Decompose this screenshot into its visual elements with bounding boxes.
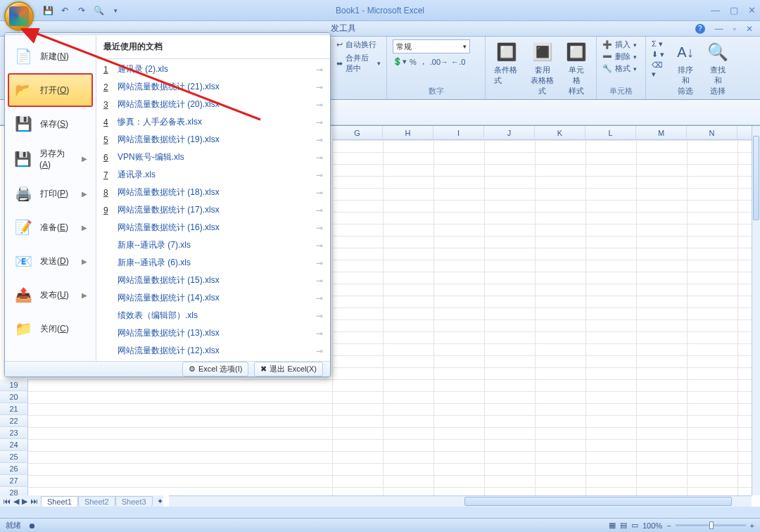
- column-header[interactable]: N: [687, 126, 737, 139]
- recent-doc-item[interactable]: 8网站流量数据统计 (18).xlsx⊸: [96, 184, 330, 201]
- close-icon[interactable]: ✕: [748, 5, 756, 15]
- row-header[interactable]: 24: [0, 439, 28, 451]
- redo-icon[interactable]: ↷: [76, 5, 87, 16]
- ribbon-restore-icon[interactable]: ▫: [733, 24, 736, 34]
- recent-doc-item[interactable]: 网站流量数据统计 (14).xlsx⊸: [96, 289, 330, 307]
- pin-icon[interactable]: ⊸: [316, 329, 323, 338]
- clear-icon[interactable]: ⌫ ▾: [652, 61, 667, 79]
- format-cells-button[interactable]: 🔧格式▾: [602, 63, 637, 74]
- view-pagebreak-icon[interactable]: ▭: [631, 521, 638, 530]
- pin-icon[interactable]: ⊸: [316, 188, 323, 198]
- office-menu-item[interactable]: 📝准备(E)▶: [8, 210, 93, 244]
- tab-nav-last-icon[interactable]: ⏭: [30, 497, 38, 506]
- office-menu-item[interactable]: 📤发布(U)▶: [8, 278, 93, 312]
- office-menu-item[interactable]: 📄新建(N): [8, 39, 93, 73]
- delete-cells-button[interactable]: ➖删除▾: [602, 51, 637, 62]
- column-header[interactable]: G: [332, 126, 383, 139]
- minimize-icon[interactable]: —: [711, 5, 720, 15]
- maximize-icon[interactable]: ▢: [730, 5, 738, 15]
- zoom-level[interactable]: 100%: [642, 521, 662, 530]
- tab-nav-first-icon[interactable]: ⏮: [3, 497, 11, 506]
- column-header[interactable]: M: [636, 126, 687, 139]
- office-menu-item[interactable]: 📂打开(O): [8, 73, 93, 107]
- row-header[interactable]: 21: [0, 403, 28, 415]
- percent-icon[interactable]: %: [410, 58, 417, 66]
- recent-doc-item[interactable]: 9网站流量数据统计 (17).xlsx⊸: [96, 201, 330, 219]
- recent-doc-item[interactable]: 5网站流量数据统计 (19).xlsx⊸: [96, 131, 330, 148]
- tab-nav-prev-icon[interactable]: ◀: [13, 497, 19, 506]
- horizontal-scrollbar[interactable]: [169, 495, 752, 507]
- recent-doc-item[interactable]: 网站流量数据统计 (13).xlsx⊸: [96, 324, 330, 342]
- ribbon-close-icon[interactable]: ✕: [746, 24, 753, 34]
- recent-doc-item[interactable]: 2网站流量数据统计 (21).xlsx⊸: [96, 78, 330, 96]
- recent-doc-item[interactable]: 3网站流量数据统计 (20).xlsx⊸: [96, 96, 330, 113]
- wrap-text-button[interactable]: ↩自动换行: [336, 39, 376, 50]
- recent-doc-item[interactable]: 网站流量数据统计 (16).xlsx⊸: [96, 219, 330, 236]
- column-header[interactable]: H: [383, 126, 433, 139]
- row-header[interactable]: 27: [0, 475, 28, 487]
- pin-icon[interactable]: ⊸: [316, 65, 323, 75]
- pin-icon[interactable]: ⊸: [316, 153, 323, 163]
- pin-icon[interactable]: ⊸: [316, 223, 323, 233]
- find-select-button[interactable]: 🔍查找和 选择: [704, 39, 732, 98]
- hscroll-thumb[interactable]: [464, 497, 732, 506]
- pin-icon[interactable]: ⊸: [316, 258, 323, 268]
- row-header[interactable]: 22: [0, 415, 28, 427]
- format-as-table-button[interactable]: 🔳套用 表格格式: [527, 39, 559, 98]
- recent-doc-item[interactable]: 新康--通讯录 (6).xls⊸: [96, 254, 330, 272]
- zoom-out-icon[interactable]: −: [666, 521, 671, 530]
- recent-doc-item[interactable]: 新康--通讯录 (7).xls⊸: [96, 236, 330, 254]
- recent-doc-item[interactable]: 6VPN账号-编辑.xls⊸: [96, 148, 330, 166]
- print-preview-icon[interactable]: 🔍: [93, 5, 104, 16]
- office-menu-item[interactable]: 📁关闭(C): [8, 312, 93, 346]
- column-header[interactable]: L: [585, 126, 636, 139]
- pin-icon[interactable]: ⊸: [316, 205, 323, 215]
- pin-icon[interactable]: ⊸: [316, 82, 323, 92]
- merge-center-button[interactable]: ⬌合并后居中▾: [336, 53, 381, 74]
- recent-doc-item[interactable]: 网站流量数据统计 (12).xlsx⊸: [96, 342, 330, 360]
- office-button[interactable]: [4, 1, 34, 31]
- save-icon[interactable]: 💾: [42, 5, 53, 16]
- comma-icon[interactable]: ，: [419, 56, 427, 67]
- pin-icon[interactable]: ⊸: [316, 170, 323, 180]
- pin-icon[interactable]: ⊸: [316, 311, 323, 321]
- excel-options-button[interactable]: ⚙Excel 选项(I): [182, 362, 248, 376]
- row-header[interactable]: 28: [0, 487, 28, 495]
- macro-record-icon[interactable]: ⏺: [28, 521, 36, 530]
- currency-icon[interactable]: 💲▾: [393, 57, 407, 66]
- conditional-format-button[interactable]: 🔲条件格式: [491, 39, 523, 87]
- increase-decimal-icon[interactable]: .00→: [430, 58, 448, 66]
- row-header[interactable]: 19: [0, 379, 28, 391]
- new-sheet-icon[interactable]: ✦: [157, 497, 163, 506]
- tab-nav-next-icon[interactable]: ▶: [22, 497, 27, 506]
- number-format-combo[interactable]: 常规▾: [393, 39, 470, 53]
- row-header[interactable]: 23: [0, 427, 28, 439]
- insert-cells-button[interactable]: ➕插入▾: [602, 39, 637, 50]
- column-header[interactable]: I: [433, 126, 484, 139]
- view-layout-icon[interactable]: ▤: [620, 521, 627, 530]
- sheet-tab[interactable]: Sheet2: [78, 496, 115, 507]
- office-menu-item[interactable]: 🖨️打印(P)▶: [8, 177, 93, 210]
- recent-doc-item[interactable]: 1通讯录 (2).xls⊸: [96, 61, 330, 78]
- office-menu-item[interactable]: 📧发送(D)▶: [8, 244, 93, 278]
- pin-icon[interactable]: ⊸: [316, 241, 323, 251]
- exit-excel-button[interactable]: ✖退出 Excel(X): [254, 362, 323, 376]
- vscroll-thumb[interactable]: [753, 136, 759, 220]
- help-icon[interactable]: ?: [695, 24, 705, 34]
- row-header[interactable]: 25: [0, 451, 28, 463]
- undo-icon[interactable]: ↶: [59, 5, 70, 16]
- sheet-tab[interactable]: Sheet3: [115, 496, 153, 507]
- tab-developer[interactable]: 发工具: [331, 23, 356, 34]
- ribbon-minimize-icon[interactable]: —: [715, 24, 723, 34]
- zoom-in-icon[interactable]: +: [750, 521, 754, 530]
- view-normal-icon[interactable]: ▦: [609, 521, 616, 530]
- pin-icon[interactable]: ⊸: [316, 100, 323, 110]
- sheet-tab[interactable]: Sheet1: [41, 496, 78, 507]
- autosum-icon[interactable]: Σ ▾: [652, 39, 667, 49]
- office-menu-item[interactable]: 💾保存(S): [8, 107, 93, 141]
- office-menu-item[interactable]: 💾另存为(A)▶: [8, 141, 93, 177]
- pin-icon[interactable]: ⊸: [316, 293, 323, 303]
- sort-filter-button[interactable]: A↓排序和 筛选: [671, 39, 699, 98]
- recent-doc-item[interactable]: 网站流量数据统计 (15).xlsx⊸: [96, 272, 330, 289]
- fill-icon[interactable]: ⬇ ▾: [652, 50, 667, 59]
